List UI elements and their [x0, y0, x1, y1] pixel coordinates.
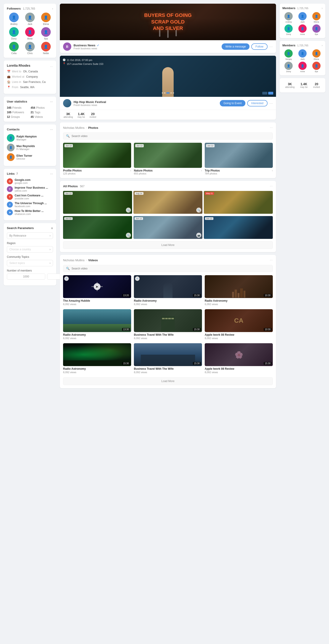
- photos-search-input[interactable]: [72, 134, 270, 138]
- region-select[interactable]: Choose a country ›: [7, 246, 53, 252]
- videos-breadcrumb-user[interactable]: Nicholas Mullins: [63, 258, 85, 262]
- links-more-icon[interactable]: ···: [50, 172, 53, 176]
- profile-went-to: 📅 Went to Oh, Canada: [7, 70, 53, 73]
- followers-arrow[interactable]: ›: [52, 7, 53, 10]
- videos-breadcrumb-current: Videos: [88, 258, 98, 262]
- photo-2-thumb: [204, 191, 273, 214]
- album-2-arrow-icon: ›: [272, 169, 273, 172]
- relevance-select[interactable]: By Relevance ›: [7, 232, 53, 239]
- profile-more-icon[interactable]: ···: [50, 65, 53, 69]
- photos-breadcrumb-user[interactable]: Nicholas Mullins: [63, 126, 85, 130]
- photo-0-search-icon[interactable]: 🔍: [126, 208, 131, 212]
- video-5-card[interactable]: CA 10:30 Apple Iwork 08 Review 8,092 vie…: [205, 309, 273, 340]
- nav-next-btn[interactable]: [268, 92, 273, 94]
- stats-more-icon[interactable]: ···: [50, 100, 53, 104]
- link-youtube[interactable]: Y Cast Iron Cookware ... youtube.com: [7, 194, 53, 200]
- photo-item-2[interactable]: May 21: [204, 191, 273, 214]
- videos-load-more-button[interactable]: Load More: [63, 377, 273, 385]
- business-news-entity: B Business News ✓ Fresh business news: [63, 42, 99, 51]
- members-2-arrow-icon[interactable]: ›: [322, 44, 322, 47]
- member-1-5: 👤 Ilya: [310, 24, 322, 36]
- search-params-chevron-icon[interactable]: ∧: [51, 226, 53, 230]
- stats-grid: 345 Friends 454 Photos 165 Followers 21 …: [7, 106, 53, 118]
- castle-shape: [141, 355, 195, 366]
- event-more-icon[interactable]: ···: [269, 101, 273, 106]
- event-attending-stat: 3K attending: [64, 112, 73, 118]
- photo-item-0[interactable]: Jun 13 🔍: [63, 191, 132, 214]
- link-google[interactable]: G Google.com google.com: [7, 178, 53, 184]
- all-photos-more-icon[interactable]: ···: [270, 184, 273, 188]
- video-1-add-icon[interactable]: +: [135, 276, 140, 281]
- album-profile-photos[interactable]: Jun 12 Profile Photos 125 photos ›: [63, 143, 131, 175]
- event-info-overlay: 🕐 11 Oct 2016, 07:00 pm 📍 157 Leuschke C…: [63, 58, 103, 65]
- videos-grid-1: 13:20 ▶ + The Amazing Hubble 8,092 views…: [63, 275, 273, 306]
- ca-text: CA: [234, 317, 243, 324]
- link-facebook[interactable]: f The Universe Through ... facebook.com: [7, 202, 53, 208]
- video-7-card[interactable]: 15:30 Business Travel With The Wife 8,09…: [134, 343, 202, 374]
- video-1-card[interactable]: 15:30 + Radio Astronomy 8,092 views: [134, 275, 202, 306]
- follow-button[interactable]: Follow: [251, 44, 267, 50]
- video-4-card[interactable]: 15:30 Business Travel With The Wife 8,09…: [134, 309, 202, 340]
- follower-ilya: 👤 Ilya: [39, 27, 53, 40]
- video-3-views: 8,092 views: [63, 337, 131, 340]
- link-facebook-icon: f: [7, 202, 13, 208]
- link-yahoo[interactable]: Y Improve Your Business ... yahoo.com: [7, 186, 53, 192]
- contact-ralph: 👤 Ralph Hampton Manager: [7, 134, 53, 142]
- photo-3-search-icon[interactable]: 🔍: [126, 233, 131, 238]
- video-3-card[interactable]: 13:30 Radio Astronomy 8,092 views: [63, 309, 131, 340]
- video-5-thumb: CA 10:30: [205, 309, 273, 332]
- follower-elena: 👤 Elena: [39, 12, 53, 25]
- videos-search-input[interactable]: [72, 267, 270, 270]
- video-7-thumb: 15:30: [134, 343, 202, 366]
- business-more-icon[interactable]: ···: [269, 44, 273, 49]
- members-1-header: Members 1,725,765 ›: [282, 6, 322, 10]
- business-news-footer: B Business News ✓ Fresh business news Wr…: [60, 40, 276, 53]
- video-0-add-icon[interactable]: +: [64, 276, 69, 281]
- going-to-event-button[interactable]: Going to Event: [220, 100, 245, 106]
- member-2-5: 👤 Ilya: [310, 62, 322, 72]
- photo-item-3[interactable]: Jun 02 🔍: [63, 216, 132, 239]
- video-6-duration: 15:30: [122, 362, 130, 365]
- right-maybe-stat: 1.4K may be: [300, 82, 308, 88]
- video-0-card[interactable]: 13:20 ▶ + The Amazing Hubble 8,092 views: [63, 275, 131, 306]
- banner-overlay-text: BUYERS OF GOINGSCRAP GOLDAND SILVER: [144, 12, 192, 32]
- write-message-button[interactable]: Write a message: [222, 44, 249, 50]
- link-google-icon: G: [7, 178, 13, 184]
- profile-worked-at: 💼 Worked at Company: [7, 75, 53, 78]
- members-1-arrow-icon[interactable]: ›: [322, 6, 322, 10]
- interested-button[interactable]: Interested: [247, 100, 267, 106]
- photo-item-4[interactable]: Jun 12 📷: [133, 216, 202, 239]
- all-photos-load-more-button[interactable]: Load More: [63, 241, 273, 249]
- event-nav-btns: [262, 92, 273, 94]
- album-trip-photos[interactable]: Jun 12 Trip Photos 784 photos ›: [205, 143, 273, 175]
- photo-1-search-icon[interactable]: 🔍: [196, 208, 201, 212]
- photo-item-5[interactable]: Jun 12: [204, 216, 273, 239]
- follower-andrey: 👤 Andrey: [7, 12, 21, 25]
- video-8-card[interactable]: 🌸 15:30 Apple Iwork 08 Review 8,092 view…: [205, 343, 273, 374]
- contacts-more-icon[interactable]: ···: [50, 128, 53, 132]
- all-photos-grid-top: Jun 13 🔍 Aug 14 🔍 May 21: [63, 191, 273, 214]
- video-2-card[interactable]: 10:30 Radio Astronomy 6,092 views: [205, 275, 273, 306]
- event-footer: Hip Hop Music Festival Fresh business ne…: [60, 97, 276, 110]
- link-other[interactable]: ➤ How To Write Better ... ohatsicon.com: [7, 210, 53, 215]
- business-actions: Write a message Follow ···: [222, 44, 273, 50]
- album-nature-photos[interactable]: Jun 12 Nature Photos 655 photos ›: [134, 143, 202, 175]
- business-news-card: BUYERS OF GOINGSCRAP GOLDAND SILVER B Bu…: [60, 4, 276, 53]
- video-0-play-icon[interactable]: ▶: [94, 283, 101, 290]
- stat-groups: 12 Groups: [7, 115, 29, 118]
- topics-select[interactable]: Select topics ›: [7, 260, 53, 266]
- all-photos-title: All Photos: [63, 184, 78, 188]
- nav-prev-btn[interactable]: [262, 92, 267, 94]
- event-card: 🕐 11 Oct 2016, 07:00 pm 📍 157 Leuschke C…: [60, 56, 276, 120]
- members-1-grid: 👤 Andrey 👤 Jack 👤 Elena 👤 Dony 👤: [282, 12, 322, 36]
- video-6-card[interactable]: 15:30 Radio Astronomy 8,092 views: [63, 343, 131, 374]
- photo-4-cam-icon[interactable]: 📷: [196, 233, 201, 238]
- all-photos-count: 567: [80, 185, 85, 188]
- members-min-input[interactable]: [7, 274, 45, 280]
- videos-more-icon[interactable]: ···: [270, 258, 273, 262]
- members-param: Number of members: [7, 269, 53, 280]
- dot-3-active: [166, 92, 170, 94]
- photo-item-1[interactable]: Aug 14 🔍: [133, 191, 202, 214]
- event-banner: 🕐 11 Oct 2016, 07:00 pm 📍 157 Leuschke C…: [60, 56, 276, 97]
- photos-more-icon[interactable]: ···: [270, 126, 273, 130]
